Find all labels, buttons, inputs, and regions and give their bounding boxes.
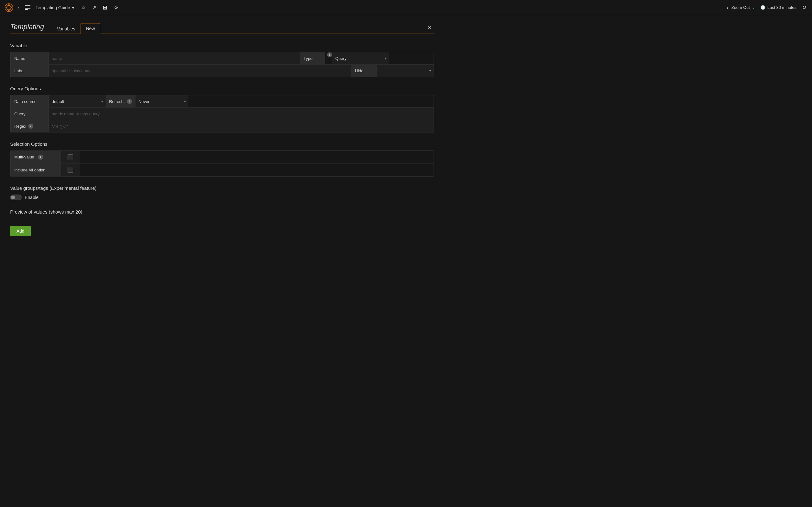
- dashboard-title-button[interactable]: Templating Guide ▾: [33, 4, 77, 11]
- topbar-right: ‹ Zoom Out › 🕐 Last 30 minutes ↻: [725, 3, 808, 12]
- datasource-select-wrapper: default: [49, 95, 106, 107]
- enable-row: Enable: [10, 194, 434, 200]
- datasource-select[interactable]: default: [49, 95, 106, 107]
- label-input[interactable]: [49, 65, 351, 77]
- grafana-logo[interactable]: [4, 3, 14, 13]
- svg-point-4: [6, 7, 7, 8]
- svg-point-2: [8, 4, 9, 5]
- tab-variables[interactable]: Variables: [52, 23, 81, 34]
- refresh-label: Refresh: [109, 99, 124, 104]
- name-label: Name: [10, 52, 49, 64]
- zoom-section: ‹ Zoom Out ›: [725, 3, 757, 12]
- label-label: Label: [10, 65, 49, 77]
- zoom-out-right-arrow[interactable]: ›: [751, 3, 757, 12]
- query-row: Query: [10, 108, 434, 120]
- variable-section: Variable Name Type i Query Custom Consta…: [10, 43, 434, 77]
- refresh-button[interactable]: ↻: [800, 3, 808, 12]
- type-select[interactable]: Query Custom Constant Interval Ad hoc fi…: [332, 52, 389, 64]
- regex-info-icon: i: [28, 124, 33, 129]
- preview-section: Preview of values (shows max 20): [10, 209, 434, 215]
- close-button[interactable]: ×: [425, 23, 434, 32]
- regex-row: Regex i: [10, 120, 434, 132]
- refresh-cell: Refresh i: [106, 95, 136, 107]
- include-all-checkbox-cell: [61, 164, 80, 176]
- selection-options-form: Multi-value i Include All option: [10, 151, 434, 176]
- zoom-out-label: Zoom Out: [731, 5, 750, 10]
- dashboard-title-arrow: ▾: [72, 5, 74, 10]
- star-button[interactable]: ☆: [79, 3, 88, 12]
- multi-value-checkbox[interactable]: [67, 154, 73, 160]
- dashboard-title-label: Templating Guide: [36, 5, 70, 10]
- include-all-checkbox[interactable]: [67, 167, 73, 173]
- add-button[interactable]: Add: [10, 226, 31, 236]
- query-label: Query: [10, 108, 49, 120]
- never-select-wrapper: Never On dashboard load On time range ch…: [136, 95, 189, 107]
- clock-icon: 🕐: [760, 5, 765, 10]
- topbar: ▾ Templating Guide ▾ ☆ ↗ ⚙ ‹ Zoom Out › …: [0, 0, 812, 15]
- preview-title: Preview of values (shows max 20): [10, 209, 434, 215]
- regex-label-text: Regex: [14, 124, 26, 129]
- never-select[interactable]: Never On dashboard load On time range ch…: [136, 95, 189, 107]
- grafana-dropdown-arrow[interactable]: ▾: [18, 5, 20, 9]
- query-options-form: Data source default Refresh i Never On d…: [10, 95, 434, 132]
- query-options-section: Query Options Data source default Refres…: [10, 86, 434, 132]
- include-all-row: Include All option: [10, 164, 434, 176]
- multi-value-checkbox-cell: [61, 151, 80, 163]
- settings-button[interactable]: ⚙: [112, 3, 120, 12]
- variable-section-title: Variable: [10, 43, 434, 48]
- value-groups-title: Value groups/tags (Experimental feature): [10, 185, 434, 191]
- tab-new[interactable]: New: [81, 23, 100, 34]
- hide-select[interactable]: Label Variable: [376, 65, 434, 77]
- include-all-label-cell: Include All option: [10, 164, 61, 176]
- time-range-label: Last 30 minutes: [767, 5, 797, 10]
- zoom-out-left-arrow[interactable]: ‹: [725, 3, 730, 12]
- enable-label: Enable: [25, 195, 39, 200]
- enable-toggle[interactable]: [10, 194, 21, 200]
- svg-point-5: [11, 7, 12, 8]
- save-button[interactable]: [101, 3, 109, 12]
- regex-input[interactable]: [49, 120, 434, 132]
- type-select-wrapper: Query Custom Constant Interval Ad hoc fi…: [332, 52, 389, 64]
- regex-label: Regex i: [10, 120, 49, 132]
- include-all-label-text: Include All option: [14, 168, 45, 172]
- label-row: Label Hide Label Variable: [10, 65, 434, 77]
- toggle-knob: [11, 195, 15, 199]
- hide-select-wrapper: Label Variable: [376, 65, 434, 77]
- query-options-title: Query Options: [10, 86, 434, 91]
- tab-new-label: New: [86, 26, 95, 31]
- type-label: Type: [300, 52, 325, 64]
- value-groups-section: Value groups/tags (Experimental feature)…: [10, 185, 434, 200]
- name-input[interactable]: [49, 52, 300, 64]
- hide-label: Hide: [351, 65, 376, 77]
- multi-value-label-text: Multi-value: [14, 155, 34, 159]
- selection-options-section: Selection Options Multi-value i Include …: [10, 141, 434, 176]
- name-row: Name Type i Query Custom Constant Interv…: [10, 52, 434, 65]
- type-info-icon: i: [327, 52, 332, 57]
- tabs-title: Templating: [10, 23, 44, 34]
- multi-value-row: Multi-value i: [10, 151, 434, 164]
- tab-variables-label: Variables: [57, 26, 75, 32]
- query-input[interactable]: [49, 108, 434, 120]
- main-content: Templating Variables New × Variable Name…: [0, 15, 444, 244]
- tabs-header: Templating Variables New ×: [10, 23, 434, 34]
- time-range-button[interactable]: 🕐 Last 30 minutes: [758, 4, 799, 11]
- variable-form: Name Type i Query Custom Constant Interv…: [10, 52, 434, 77]
- multi-value-label-cell: Multi-value i: [10, 151, 61, 163]
- multi-value-info-icon: i: [38, 155, 43, 160]
- selection-options-title: Selection Options: [10, 141, 434, 147]
- svg-point-3: [8, 9, 9, 11]
- refresh-info-icon: i: [127, 99, 132, 104]
- share-button[interactable]: ↗: [90, 3, 98, 12]
- datasource-row: Data source default Refresh i Never On d…: [10, 95, 434, 108]
- dashboard-icon: [25, 5, 31, 10]
- datasource-label: Data source: [10, 95, 49, 107]
